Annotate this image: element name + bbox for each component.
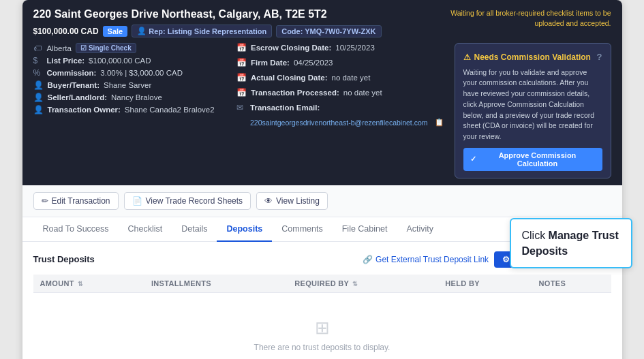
sort-icon-required: ⇅	[352, 281, 358, 287]
tab-activity[interactable]: Activity	[397, 217, 443, 242]
col-held-by: HELD BY	[438, 275, 532, 293]
rep-badge: 👤 Rep: Listing Side Representation	[132, 25, 272, 37]
tab-road-to-success[interactable]: Road To Success	[33, 217, 119, 242]
code-badge: Code: YMQ-7W0-7YW-ZXK	[276, 25, 381, 37]
view-listing-button[interactable]: 👁 View Listing	[256, 192, 328, 210]
tab-comments[interactable]: Comments	[272, 217, 332, 242]
commission-box-body: Waiting for you to validate and approve …	[463, 67, 602, 142]
empty-icon: ⊞	[40, 317, 604, 339]
help-icon: ?	[597, 50, 602, 64]
calendar-icon-processed: 📅	[236, 88, 247, 97]
transaction-toolbar: ✏ Edit Transaction 📄 View Trade Record S…	[22, 185, 622, 217]
link-icon: 🔗	[363, 255, 373, 264]
owner-icon: 👤	[33, 105, 44, 114]
header-info-left: 🏷 Alberta ☑ Single Check $ List Price: $…	[33, 43, 226, 178]
copy-icon: 📋	[435, 118, 444, 127]
pencil-icon: ✏	[42, 196, 48, 206]
trust-deposits-table: AMOUNT ⇅ INSTALLMENTS REQUIRED BY ⇅ HELD…	[33, 275, 611, 359]
commission-validation-panel: ⚠ Needs Commission Validation ? Waiting …	[455, 43, 611, 178]
doc-icon: 📄	[132, 196, 142, 206]
tab-details[interactable]: Details	[172, 217, 217, 242]
col-installments: INSTALLMENTS	[144, 275, 288, 293]
check-type-badge: ☑ Single Check	[76, 43, 136, 53]
calendar-icon-escrow: 📅	[236, 43, 247, 52]
empty-state-cell: ⊞ There are no trust deposits to display…	[33, 292, 611, 359]
waiting-notice: Waiting for all broker-required checklis…	[448, 8, 611, 28]
calendar-icon-firm: 📅	[236, 58, 247, 67]
header-info-right: 📅 Escrow Closing Date: 10/25/2023 📅 Firm…	[236, 43, 443, 178]
empty-text: There are no trust deposits to display.	[40, 343, 604, 352]
header-badges: $100,000.00 CAD Sale 👤 Rep: Listing Side…	[33, 25, 382, 37]
col-amount: AMOUNT ⇅	[33, 275, 144, 293]
email-value: 220saintgeorgesdrivenortheast-b@rezenfil…	[250, 119, 427, 127]
check-icon: ☑	[80, 44, 87, 52]
trust-deposits-title: Trust Deposits	[33, 254, 95, 264]
edit-transaction-button[interactable]: ✏ Edit Transaction	[33, 192, 119, 210]
sort-icon-amount: ⇅	[78, 281, 83, 287]
tab-deposits[interactable]: Deposits	[217, 217, 272, 242]
eye-icon: 👁	[264, 196, 273, 206]
price-badge: $100,000.00 CAD	[33, 27, 99, 36]
empty-state: ⊞ There are no trust deposits to display…	[40, 298, 604, 359]
percent-icon: %	[33, 68, 43, 78]
approve-commission-button[interactable]: ✓ Approve Commission Calculation	[463, 148, 602, 171]
seller-icon: 👤	[33, 93, 44, 102]
col-notes: NOTES	[532, 275, 611, 293]
dollar-icon: $	[33, 56, 43, 65]
warning-icon: ⚠	[463, 51, 471, 63]
sale-badge: Sale	[103, 26, 128, 37]
check-icon-btn: ✓	[470, 155, 476, 163]
get-external-trust-deposit-link[interactable]: 🔗 Get External Trust Deposit Link	[363, 255, 489, 264]
person-icon: 👤	[137, 27, 147, 35]
settings-icon: ⚙	[502, 255, 510, 264]
transaction-header: 220 Saint Georges Drive Northeast, Calga…	[22, 0, 622, 185]
tab-checklist[interactable]: Checklist	[119, 217, 172, 242]
commission-box-title: Needs Commission Validation	[474, 51, 591, 63]
col-required-by: REQUIRED BY ⇅	[288, 275, 438, 293]
view-trade-record-button[interactable]: 📄 View Trade Record Sheets	[124, 192, 251, 210]
buyer-icon: 👤	[33, 80, 44, 90]
calendar-icon-actual: 📅	[236, 73, 247, 82]
property-title: 220 Saint Georges Drive Northeast, Calga…	[33, 8, 382, 20]
callout-tooltip: Click Manage Trust Deposits	[510, 218, 632, 268]
email-icon: ✉	[236, 103, 246, 112]
tab-file-cabinet[interactable]: File Cabinet	[333, 217, 397, 242]
location-icon: 🏷	[33, 44, 43, 53]
